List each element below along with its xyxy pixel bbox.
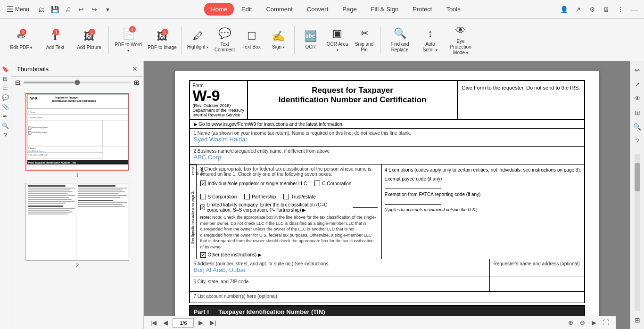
svg-rect-48 xyxy=(78,188,127,189)
svg-rect-49 xyxy=(78,189,123,190)
right-edit-icon[interactable]: ✏ xyxy=(632,65,643,75)
tool-ocr-area[interactable]: ▣ OCR Area ▾ xyxy=(324,21,350,59)
field2: 2 Business name/disregarded entity name,… xyxy=(189,147,585,164)
prev-page-btn[interactable]: ◀ xyxy=(161,318,170,327)
comment-icon[interactable]: 💬 xyxy=(2,94,9,101)
tab-protect[interactable]: Protect xyxy=(406,3,438,16)
thumb-zoom-bar: ⊟ ⊞ xyxy=(11,77,143,88)
save-icon[interactable]: 💾 xyxy=(49,4,60,15)
right-export-icon[interactable]: ↗ xyxy=(632,79,643,90)
right-help-icon[interactable]: ? xyxy=(632,136,643,146)
bookmark-icon[interactable]: 🔖 xyxy=(2,66,9,73)
signature-icon[interactable]: ✒ xyxy=(3,113,8,120)
more-icon[interactable]: ⋮ xyxy=(615,4,626,15)
tool-text-box[interactable]: ☐ Text Box xyxy=(239,21,264,59)
zoom-out-icon[interactable]: ⊟ xyxy=(15,79,21,86)
tool-text-comment[interactable]: 💬 Text Comment xyxy=(212,21,238,59)
dropdown-icon[interactable]: ▾ xyxy=(102,4,113,15)
share-icon[interactable]: ↗ xyxy=(572,4,584,15)
tool-pdf-to-image[interactable]: 🖼 1 PDF to Image xyxy=(146,21,179,59)
menu-right: 👤 ↗ ⚙ 🖥 ⋮ — xyxy=(558,4,640,15)
play-btn[interactable]: ▶ xyxy=(590,318,598,327)
menu-button[interactable]: ☰ Menu xyxy=(4,3,32,16)
right-column-icon[interactable]: ⊞ xyxy=(632,107,643,118)
check-scorp-box xyxy=(200,194,206,199)
account-icon[interactable]: 👤 xyxy=(558,4,570,15)
zoom-slider[interactable] xyxy=(24,82,131,83)
check-scorp-label: S Corporation xyxy=(208,194,237,199)
ocr-icon: 🔤 xyxy=(304,30,317,42)
tool-auto-scroll[interactable]: ↕ Auto Scroll ▾ xyxy=(417,21,443,59)
tool-snip-pin[interactable]: ✂ Snip and Pin xyxy=(351,21,377,59)
right-search-icon[interactable]: 🔍 xyxy=(632,122,643,132)
snip-pin-label: Snip and Pin xyxy=(353,41,375,53)
help-icon[interactable]: ? xyxy=(4,132,7,139)
text-comment-label: Text Comment xyxy=(214,41,236,53)
separator-4 xyxy=(380,26,380,54)
pdf-viewer[interactable]: Form W-9 (Rev. October 2018) Department … xyxy=(144,61,630,329)
svg-rect-42 xyxy=(28,206,63,207)
tab-page[interactable]: Page xyxy=(336,3,363,16)
tab-fill-sign[interactable]: Fill & Sign xyxy=(364,3,405,16)
sidebar-panel: Thumbnails ✕ ⊟ ⊞ xyxy=(11,61,143,329)
minimize-icon[interactable]: — xyxy=(629,4,640,15)
thumb-page-2[interactable] xyxy=(25,183,129,261)
tool-find-replace[interactable]: 🔍 Find and Replace xyxy=(383,21,416,59)
open-icon[interactable]: 🗂 xyxy=(36,4,47,15)
display-icon[interactable]: 🖥 xyxy=(601,4,612,15)
svg-rect-50 xyxy=(78,191,125,192)
svg-rect-55 xyxy=(78,202,127,203)
svg-text:5 Address: 5 Address xyxy=(28,148,36,149)
thumb-page-1[interactable]: W-9 Request for Taxpayer Identification … xyxy=(25,93,129,171)
attachment-icon[interactable]: 📎 xyxy=(2,104,9,110)
search-icon[interactable]: 🔍 xyxy=(2,123,9,129)
check-row-1: ✓ Individual/sole proprietor or single-m… xyxy=(197,179,381,201)
settings-icon[interactable]: ⚙ xyxy=(586,4,598,15)
tool-sign[interactable]: ✍ Sign ▾ xyxy=(265,21,291,59)
next-page-btn[interactable]: ▶ xyxy=(197,318,205,327)
tool-pdf-to-word[interactable]: 📄 1 PDF to Word ▾ xyxy=(112,21,145,59)
last-page-btn[interactable]: ▶| xyxy=(208,318,218,327)
exempt-applies: (Applies to accounts maintained outside … xyxy=(385,207,581,212)
close-thumbnails-button[interactable]: ✕ xyxy=(132,65,138,73)
check-individual-box: ✓ xyxy=(200,181,206,186)
pdf-content-area: Form W-9 (Rev. October 2018) Department … xyxy=(144,61,630,329)
thumb-container-1: W-9 Request for Taxpayer Identification … xyxy=(16,93,139,178)
fullscreen-btn[interactable]: ⛶ xyxy=(601,318,611,327)
print-icon[interactable]: 🖨 xyxy=(62,4,74,15)
tool-add-text[interactable]: T 1 Add Text xyxy=(39,21,72,59)
check-ccorp-label: C Corporation xyxy=(322,181,351,186)
svg-rect-44 xyxy=(28,210,70,211)
add-page-btn[interactable]: ⊕ xyxy=(566,318,575,327)
thumbnail-panel[interactable]: W-9 Request for Taxpayer Identification … xyxy=(11,88,143,329)
tab-convert[interactable]: Convert xyxy=(300,3,335,16)
tab-tools[interactable]: Tools xyxy=(439,3,467,16)
thumb-num-2: 2 xyxy=(76,263,79,268)
zoom-in-icon[interactable]: ⊞ xyxy=(134,79,140,86)
tool-ocr[interactable]: 🔤 OCR xyxy=(297,21,323,59)
tool-eye-protection[interactable]: 👁 Eye Protection Mode ▾ xyxy=(444,21,477,59)
right-view-icon[interactable]: 👁 xyxy=(632,93,643,104)
page-input[interactable] xyxy=(173,318,194,328)
tab-comment[interactable]: Comment xyxy=(259,3,299,16)
tool-highlight[interactable]: 🖊 Highlight ▾ xyxy=(185,21,211,59)
right-grid-icon[interactable]: ⊞ xyxy=(632,315,643,325)
sidebar-page-icon[interactable]: ☰ xyxy=(3,85,8,91)
tool-add-picture[interactable]: 🖼 1 Add Picture xyxy=(73,21,106,59)
undo-icon[interactable]: ↩ xyxy=(75,4,87,15)
page-thumb-icon[interactable]: ⊞ xyxy=(3,75,8,82)
svg-rect-37 xyxy=(28,195,75,196)
ocr-label: OCR xyxy=(305,44,315,50)
w9-header: Form W-9 (Rev. October 2018) Department … xyxy=(189,80,585,120)
print-or-type: Print or type. xyxy=(190,164,196,177)
vertical-scrollbar[interactable] xyxy=(635,154,640,311)
delete-page-btn[interactable]: ⊖ xyxy=(578,318,587,327)
tab-edit[interactable]: Edit xyxy=(235,3,258,16)
field6-label: 6 City, state, and ZIP code xyxy=(194,279,486,284)
redo-icon[interactable]: ↪ xyxy=(89,4,100,15)
tab-home[interactable]: Home xyxy=(204,3,234,16)
tool-edit-pdf[interactable]: ✏ 3 Edit PDF ▾ xyxy=(5,21,38,59)
field3-main: 3 Check appropriate box for federal tax … xyxy=(197,164,381,259)
first-page-btn[interactable]: |◀ xyxy=(149,318,158,327)
svg-rect-12 xyxy=(103,120,129,146)
